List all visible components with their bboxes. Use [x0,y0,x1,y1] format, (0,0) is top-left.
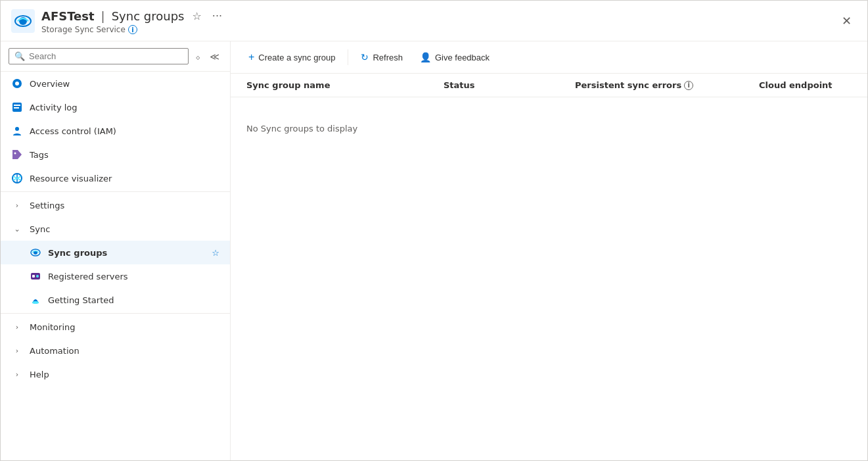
svg-rect-7 [14,107,19,109]
create-sync-group-button[interactable]: + Create a sync group [241,47,342,68]
svg-point-4 [15,82,19,85]
registered-servers-icon [30,270,41,282]
more-options-icon[interactable]: ··· [210,7,225,25]
give-feedback-label: Give feedback [435,53,490,62]
help-chevron-icon: › [11,368,23,380]
app-name: AFSTest [41,9,95,23]
nav-automation[interactable]: › Automation [1,339,230,362]
give-feedback-button[interactable]: 👤 Give feedback [413,47,497,67]
svg-point-9 [14,153,16,155]
favorite-icon[interactable]: ☆ [189,7,204,25]
registered-servers-label: Registered servers [48,272,219,281]
search-container: 🔍 ⬦ ≪ [1,41,230,72]
tags-label: Tags [30,150,219,160]
automation-chevron-icon: › [11,345,23,356]
feedback-icon: 👤 [420,52,431,62]
sync-label: Sync [30,224,219,234]
column-persistent-sync-errors: Persistent sync errors i [575,80,759,90]
sidebar: 🔍 ⬦ ≪ Overview Activity log Access contr… [1,41,231,461]
filter-icon[interactable]: ⬦ [193,49,203,64]
svg-rect-17 [32,275,35,278]
column-sync-group-name: Sync group name [246,80,444,90]
overview-label: Overview [30,79,219,89]
refresh-icon: ↻ [361,52,369,62]
nav-sync[interactable]: ⌄ Sync [1,217,230,241]
refresh-label: Refresh [373,53,403,62]
nav-monitoring[interactable]: › Monitoring [1,315,230,339]
main-content: + Create a sync group ↻ Refresh 👤 Give f… [231,41,867,461]
app-icon [11,9,35,33]
nav-access-control[interactable]: Access control (IAM) [1,119,230,143]
nav-divider-2 [1,313,230,314]
overview-icon [11,78,23,89]
toolbar: + Create a sync group ↻ Refresh 👤 Give f… [231,41,867,74]
refresh-button[interactable]: ↻ Refresh [354,47,410,67]
column-status: Status [444,80,575,90]
search-icon: 🔍 [14,51,25,61]
getting-started-icon [30,294,41,306]
nav-registered-servers[interactable]: Registered servers [1,264,230,288]
access-control-icon [11,125,23,137]
automation-label: Automation [30,346,219,356]
svg-point-8 [15,127,19,131]
nav-settings[interactable]: › Settings [1,193,230,217]
toolbar-divider-1 [348,49,348,65]
title-separator: | [101,9,105,23]
activity-log-label: Activity log [30,103,219,112]
sync-groups-label: Sync groups [48,248,205,258]
main-layout: 🔍 ⬦ ≪ Overview Activity log Access contr… [1,41,867,461]
sync-chevron-icon: ⌄ [11,223,23,235]
svg-point-18 [36,275,39,278]
title-bar-text: AFSTest | Sync groups ☆ ··· Storage Sync… [41,7,225,34]
nav-tags[interactable]: Tags [1,143,230,166]
title-bar: AFSTest | Sync groups ☆ ··· Storage Sync… [1,1,867,41]
sync-groups-icon [30,247,41,258]
nav-help[interactable]: › Help [1,362,230,386]
nav-sync-groups[interactable]: Sync groups ☆ [1,241,230,264]
svg-rect-6 [14,105,20,106]
column-cloud-endpoint: Cloud endpoint [759,80,852,90]
help-label: Help [30,370,219,379]
service-type-label: Storage Sync Service [41,25,126,34]
table-area: Sync group name Status Persistent sync e… [231,74,867,461]
create-sync-group-label: Create a sync group [258,53,335,62]
search-wrapper: 🔍 [9,48,189,64]
collapse-icon[interactable]: ≪ [207,49,222,64]
monitoring-chevron-icon: › [11,321,23,333]
table-header: Sync group name Status Persistent sync e… [231,74,867,97]
access-control-label: Access control (IAM) [30,126,219,136]
info-icon[interactable]: i [128,25,137,34]
nav-overview[interactable]: Overview [1,72,230,95]
activity-log-icon [11,101,23,113]
empty-state-message: No Sync groups to display [231,97,867,160]
nav-getting-started[interactable]: Getting Started [1,288,230,312]
create-icon: + [248,51,254,63]
persistent-sync-errors-info-icon[interactable]: i [684,81,693,90]
settings-label: Settings [30,201,219,210]
svg-point-19 [32,301,39,304]
monitoring-label: Monitoring [30,322,219,332]
tags-icon [11,149,23,160]
page-name: Sync groups [112,9,185,23]
nav-resource-visualizer[interactable]: Resource visualizer [1,166,230,190]
nav-divider-1 [1,191,230,192]
search-input[interactable] [29,51,183,61]
resource-visualizer-icon [11,172,23,184]
resource-visualizer-label: Resource visualizer [30,174,219,183]
nav-activity-log[interactable]: Activity log [1,95,230,119]
settings-chevron-icon: › [11,199,23,211]
close-button[interactable]: ✕ [836,12,857,30]
sync-groups-favorite-icon[interactable]: ☆ [212,248,219,258]
getting-started-label: Getting Started [48,295,219,305]
